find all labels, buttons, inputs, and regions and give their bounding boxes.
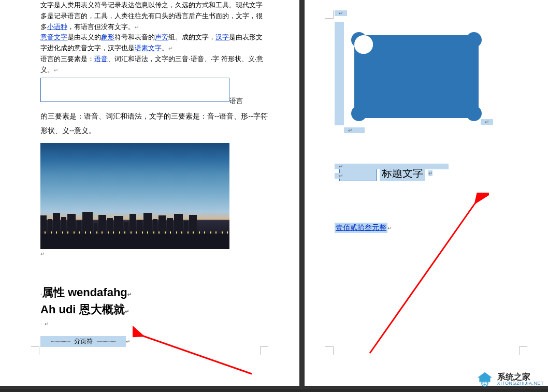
page-break-label: 分页符: [74, 338, 93, 345]
hyperlink-phonetics[interactable]: 语音: [94, 55, 108, 63]
page-break-indicator[interactable]: 分页符: [40, 336, 126, 347]
text-run-after-box: 语言: [229, 97, 243, 105]
amount-field-text[interactable]: 壹佰贰拾叁元整: [335, 223, 387, 233]
document-workspace: 文字是人类用表义符号记录表达信息以传之，久远的方式和工具。现代文字多是记录语言的…: [0, 0, 548, 392]
selection-fragment: ↵: [335, 10, 347, 16]
image-reflection: [40, 234, 229, 249]
hyperlink-phonogram[interactable]: 声旁: [155, 33, 168, 41]
text-run: ，有语言但没有文字。: [67, 23, 135, 31]
watermark-text: 系统之家 XITONGZHIJIA.NET: [497, 373, 544, 386]
text-run: 符号和表音的: [114, 33, 155, 41]
inline-image-skyline[interactable]: [40, 143, 229, 249]
text-box-shape[interactable]: [40, 78, 229, 102]
text-run: 。: [162, 44, 168, 52]
paragraph-mark: ↵: [126, 339, 130, 344]
image-content: [40, 210, 229, 234]
page-margin-corner-icon: [519, 346, 527, 355]
body-paragraph-2[interactable]: 的三要素是：语音、词汇和语法，文字的三要素是：音--语音、形--字符形状、义--…: [40, 109, 268, 138]
text-run: 语言的三要素是：: [40, 55, 94, 63]
text-run: 是由表义的: [67, 33, 101, 41]
text-run: 组。成的文字，: [168, 33, 215, 41]
document-page-1[interactable]: 文字是人类用表义符号记录表达信息以传之，久远的方式和工具。现代文字多是记录语言的…: [0, 0, 299, 386]
selection-fragment: ↵: [481, 119, 493, 125]
hyperlink-small-language[interactable]: 小语种: [47, 23, 67, 31]
selection-fragment: ↵: [335, 173, 366, 179]
selection-fragment: ↵: [344, 127, 365, 133]
paragraph-mark: ↵: [168, 46, 172, 51]
document-page-2[interactable]: ↵ ↵ ↵ · 标题文字↵ ↵ ↵ 壹佰贰拾叁元整↵: [305, 0, 548, 386]
paragraph-mark: ↵: [135, 24, 139, 30]
paragraph-mark: ↵: [127, 292, 132, 297]
watermark-logo: 系统之家 XITONGZHIJIA.NET: [475, 371, 544, 387]
page-margin-corner-icon: [31, 346, 39, 355]
page-margin-corner-icon: [325, 10, 334, 19]
paragraph-mark: ↵: [428, 170, 432, 176]
paragraph-mark: ↵: [54, 67, 58, 73]
selection-fragment: ↵: [335, 164, 449, 169]
body-paragraph-1[interactable]: 文字是人类用表义符号记录表达信息以传之，久远的方式和工具。现代文字多是记录语言的…: [40, 0, 268, 76]
heading-text[interactable]: ·属性 wendafahg↵ Ah udi 恩大概就↵: [40, 284, 268, 318]
page-margin-corner-icon: [325, 346, 334, 355]
paragraph-mark: · ↵: [40, 321, 268, 327]
window-border-bottom: [0, 389, 548, 392]
paragraph-mark: ↵: [125, 309, 129, 314]
heading-line-2: Ah udi 恩大概就: [40, 303, 125, 316]
shape-canvas[interactable]: ↵ ↵ ↵ · 标题文字↵ ↵ ↵: [335, 10, 527, 181]
heading-line-1: 属性 wendafahg: [42, 286, 127, 299]
page-margin-corner-icon: [260, 346, 268, 355]
selection-fragment: [335, 22, 344, 125]
hyperlink-pictograph[interactable]: 象形: [101, 33, 114, 41]
hyperlink-hanzi[interactable]: 汉字: [215, 33, 229, 41]
paragraph-mark: ↵: [40, 251, 268, 257]
watermark-title: 系统之家: [497, 373, 544, 381]
watermark-subtitle: XITONGZHIJIA.NET: [497, 381, 544, 386]
plaque-shape[interactable]: [354, 35, 479, 118]
hyperlink-morpheme[interactable]: 语素文字: [135, 44, 162, 52]
paragraph-mark: ↵: [387, 225, 392, 231]
hyperlink-ideogram[interactable]: 意音文字: [40, 33, 67, 41]
house-globe-icon: [475, 371, 494, 387]
